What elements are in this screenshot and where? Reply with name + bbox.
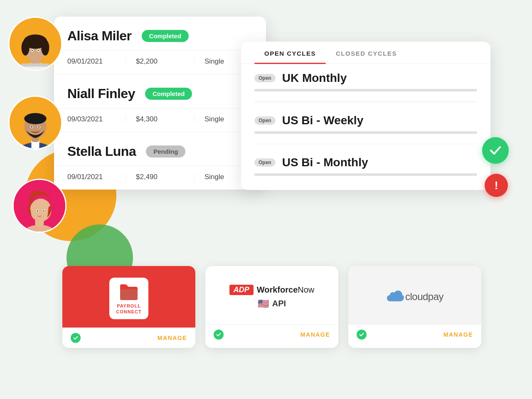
- employee-3-data: 09/01/2021 $2,490 Single: [54, 166, 266, 190]
- cloudpay-text: cloudpay: [405, 291, 443, 303]
- employee-2-amount: $4,300: [136, 115, 195, 123]
- svg-point-6: [22, 39, 30, 55]
- integration-card-payroll: PAYROLL CONNECT MANAGE: [62, 266, 195, 348]
- svg-point-21: [31, 126, 32, 128]
- employee-3-name: Stella Luna: [67, 144, 136, 159]
- integration-card-adp: ADP WorkforceNow 🇺🇸 API: [205, 266, 338, 348]
- employee-3-date: 09/01/2021: [67, 173, 126, 181]
- adp-logo: ADP WorkforceNow 🇺🇸 API: [229, 285, 315, 309]
- employee-row-2-header: Niall Finley Completed: [54, 74, 266, 108]
- payroll-verified-icon: [71, 333, 81, 343]
- cycle-1-bar: [254, 89, 477, 91]
- svg-point-7: [41, 39, 49, 55]
- cycle-item-2: Open US Bi - Weekly: [241, 106, 490, 140]
- float-error-icon: !: [485, 174, 508, 197]
- employee-1-status: Completed: [142, 30, 189, 42]
- cloudpay-verified-icon: [357, 330, 367, 340]
- cycle-3-name: US Bi - Monthly: [282, 156, 368, 169]
- employee-1-name: Alisa Miler: [67, 28, 132, 44]
- adp-badge: ADP: [229, 285, 254, 295]
- integration-card-cloudpay: cloudpay MANAGE: [348, 266, 481, 348]
- payroll-card-footer: MANAGE: [62, 328, 195, 348]
- svg-rect-32: [120, 289, 138, 300]
- scene: Alisa Miler Completed 09/01/2021 $2,200 …: [0, 0, 532, 399]
- cycles-tabs: OPEN CYCLES CLOSED CYCLES: [241, 42, 490, 64]
- avatar-2: [8, 96, 62, 150]
- payroll-connect-logo: PAYROLL CONNECT: [109, 278, 148, 319]
- adp-api-label: API: [272, 299, 286, 308]
- cycle-divider-1: [254, 101, 477, 102]
- cycle-3-badge: Open: [254, 158, 276, 167]
- cloudpay-logo: cloudpay: [386, 290, 443, 304]
- integration-cards: PAYROLL CONNECT MANAGE ADP: [62, 266, 481, 348]
- cycle-divider-2: [254, 144, 477, 145]
- cycle-2-bar: [254, 131, 477, 134]
- employee-3-amount: $2,490: [136, 173, 195, 181]
- svg-point-30: [37, 210, 38, 212]
- avatar-3: [12, 179, 66, 233]
- adp-card-body: ADP WorkforceNow 🇺🇸 API: [205, 266, 338, 324]
- svg-point-31: [43, 210, 44, 212]
- adp-api-line: 🇺🇸 API: [258, 298, 286, 309]
- avatar-1: [8, 17, 62, 71]
- svg-point-11: [38, 50, 39, 51]
- cycle-1-name: UK Monthly: [282, 71, 347, 85]
- employee-3-status: Pending: [146, 145, 185, 158]
- adp-manage-button[interactable]: MANAGE: [300, 331, 330, 338]
- us-flag-icon: 🇺🇸: [258, 298, 269, 309]
- cycle-2-badge: Open: [254, 116, 276, 125]
- employee-2-name: Niall Finley: [67, 86, 135, 101]
- employee-1-amount: $2,200: [136, 57, 195, 66]
- cycles-panel: OPEN CYCLES CLOSED CYCLES Open UK Monthl…: [241, 42, 490, 190]
- payroll-manage-button[interactable]: MANAGE: [158, 335, 187, 341]
- employee-card: Alisa Miler Completed 09/01/2021 $2,200 …: [54, 17, 266, 190]
- tab-closed-cycles[interactable]: CLOSED CYCLES: [326, 42, 407, 64]
- cycle-item-1: Open UK Monthly: [241, 64, 490, 97]
- svg-point-22: [38, 126, 39, 128]
- svg-rect-12: [22, 64, 49, 67]
- cycle-item-3: Open US Bi - Monthly: [241, 148, 490, 182]
- employee-2-date: 09/03/2021: [67, 115, 126, 123]
- employee-2-data: 09/03/2021 $4,300 Single: [54, 108, 266, 132]
- cloudpay-card-footer: MANAGE: [348, 324, 481, 345]
- cycle-3-bar: [254, 173, 477, 176]
- svg-point-18: [24, 113, 46, 124]
- payroll-card-body: PAYROLL CONNECT: [62, 266, 195, 328]
- adp-verified-icon: [214, 330, 224, 340]
- cycle-1-badge: Open: [254, 74, 276, 82]
- exclamation-mark: !: [495, 179, 498, 192]
- cloudpay-card-body: cloudpay: [348, 266, 481, 324]
- employee-2-status: Completed: [145, 88, 192, 100]
- float-check-icon: [482, 137, 509, 164]
- employee-1-data: 09/01/2021 $2,200 Single: [54, 51, 266, 74]
- payroll-logo-text-1: PAYROLL CONNECT: [116, 303, 141, 315]
- tab-open-cycles[interactable]: OPEN CYCLES: [254, 42, 326, 64]
- employee-1-date: 09/01/2021: [67, 57, 126, 66]
- svg-point-10: [32, 50, 33, 51]
- employee-row-1-header: Alisa Miler Completed: [54, 17, 266, 51]
- cloudpay-manage-button[interactable]: MANAGE: [443, 331, 473, 338]
- employee-row-3-header: Stella Luna Pending: [54, 132, 266, 166]
- cycle-2-name: US Bi - Weekly: [282, 114, 364, 127]
- adp-workforce-text: WorkforceNow: [257, 285, 315, 295]
- svg-point-27: [30, 199, 52, 222]
- adp-card-footer: MANAGE: [205, 324, 338, 345]
